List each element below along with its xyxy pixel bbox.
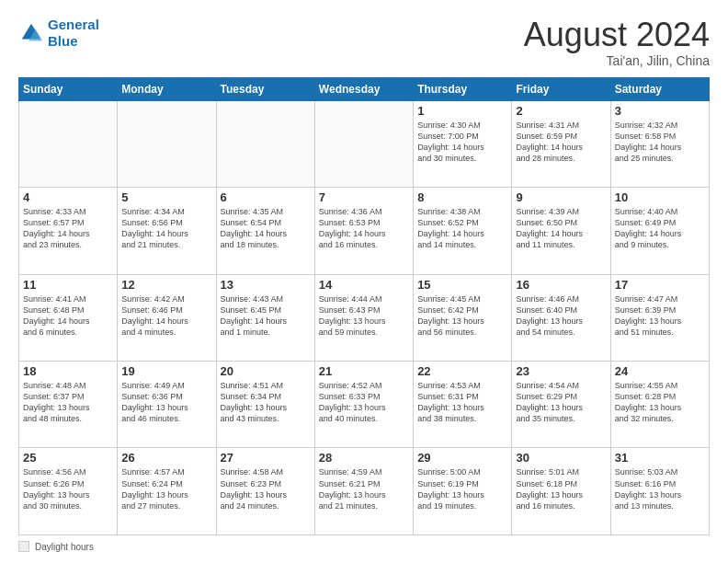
day-number: 23 (516, 364, 606, 378)
logo-icon (18, 20, 44, 46)
day-number: 5 (121, 190, 211, 204)
day-info: Sunrise: 4:53 AM Sunset: 6:31 PM Dayligh… (417, 380, 507, 425)
day-number: 6 (221, 190, 311, 204)
calendar-cell (118, 100, 216, 187)
day-number: 4 (23, 190, 113, 204)
day-info: Sunrise: 4:39 AM Sunset: 6:50 PM Dayligh… (516, 206, 606, 251)
day-number: 26 (121, 451, 211, 465)
day-info: Sunrise: 4:49 AM Sunset: 6:36 PM Dayligh… (121, 380, 211, 425)
calendar-week-1: 1Sunrise: 4:30 AM Sunset: 7:00 PM Daylig… (19, 100, 710, 187)
calendar-cell: 24Sunrise: 4:55 AM Sunset: 6:28 PM Dayli… (610, 362, 709, 448)
day-number: 14 (319, 278, 409, 292)
calendar-week-2: 4Sunrise: 4:33 AM Sunset: 6:57 PM Daylig… (19, 188, 710, 274)
col-header-tuesday: Tuesday (216, 77, 314, 100)
day-number: 11 (23, 278, 113, 292)
day-info: Sunrise: 5:03 AM Sunset: 6:16 PM Dayligh… (615, 466, 705, 511)
day-info: Sunrise: 4:41 AM Sunset: 6:48 PM Dayligh… (23, 293, 113, 339)
day-info: Sunrise: 5:01 AM Sunset: 6:18 PM Dayligh… (516, 466, 606, 511)
daylight-box (18, 541, 29, 552)
day-info: Sunrise: 4:48 AM Sunset: 6:37 PM Dayligh… (23, 380, 113, 425)
day-info: Sunrise: 4:56 AM Sunset: 6:26 PM Dayligh… (23, 466, 113, 511)
day-number: 7 (319, 190, 409, 204)
day-info: Sunrise: 4:30 AM Sunset: 7:00 PM Dayligh… (417, 120, 507, 165)
calendar-cell: 9Sunrise: 4:39 AM Sunset: 6:50 PM Daylig… (512, 188, 610, 274)
calendar-cell: 8Sunrise: 4:38 AM Sunset: 6:52 PM Daylig… (414, 188, 512, 274)
calendar-cell (216, 100, 314, 187)
calendar-week-5: 25Sunrise: 4:56 AM Sunset: 6:26 PM Dayli… (19, 448, 710, 535)
day-info: Sunrise: 4:55 AM Sunset: 6:28 PM Dayligh… (615, 380, 705, 425)
day-number: 18 (23, 364, 113, 378)
page: General Blue August 2024 Tai'an, Jilin, … (0, 0, 728, 563)
calendar-cell (314, 100, 413, 187)
day-number: 27 (221, 451, 311, 465)
day-number: 21 (319, 364, 409, 378)
day-info: Sunrise: 4:38 AM Sunset: 6:52 PM Dayligh… (417, 206, 507, 251)
calendar-cell: 30Sunrise: 5:01 AM Sunset: 6:18 PM Dayli… (512, 448, 610, 535)
calendar-cell: 15Sunrise: 4:45 AM Sunset: 6:42 PM Dayli… (414, 274, 512, 361)
day-number: 28 (319, 451, 409, 465)
day-number: 17 (615, 278, 705, 292)
day-info: Sunrise: 4:35 AM Sunset: 6:54 PM Dayligh… (221, 206, 311, 251)
calendar-table: SundayMondayTuesdayWednesdayThursdayFrid… (18, 77, 710, 535)
calendar-cell: 14Sunrise: 4:44 AM Sunset: 6:43 PM Dayli… (314, 274, 413, 361)
col-header-wednesday: Wednesday (314, 77, 413, 100)
calendar-cell: 16Sunrise: 4:46 AM Sunset: 6:40 PM Dayli… (512, 274, 610, 361)
day-info: Sunrise: 4:59 AM Sunset: 6:21 PM Dayligh… (319, 466, 409, 511)
day-number: 8 (417, 190, 507, 204)
calendar-header-row: SundayMondayTuesdayWednesdayThursdayFrid… (19, 77, 710, 100)
day-info: Sunrise: 4:32 AM Sunset: 6:58 PM Dayligh… (615, 120, 705, 165)
calendar-cell: 12Sunrise: 4:42 AM Sunset: 6:46 PM Dayli… (118, 274, 216, 361)
calendar-cell: 11Sunrise: 4:41 AM Sunset: 6:48 PM Dayli… (19, 274, 118, 361)
day-number: 1 (417, 104, 507, 118)
day-number: 9 (516, 190, 606, 204)
day-info: Sunrise: 4:42 AM Sunset: 6:46 PM Dayligh… (121, 293, 211, 339)
calendar-cell: 22Sunrise: 4:53 AM Sunset: 6:31 PM Dayli… (414, 362, 512, 448)
day-number: 29 (417, 451, 507, 465)
day-info: Sunrise: 4:33 AM Sunset: 6:57 PM Dayligh… (23, 206, 113, 251)
day-number: 30 (516, 451, 606, 465)
footer-label: Daylight hours (35, 542, 94, 552)
day-info: Sunrise: 4:31 AM Sunset: 6:59 PM Dayligh… (516, 120, 606, 165)
calendar-cell: 28Sunrise: 4:59 AM Sunset: 6:21 PM Dayli… (314, 448, 413, 535)
day-info: Sunrise: 4:44 AM Sunset: 6:43 PM Dayligh… (319, 293, 409, 339)
title-block: August 2024 Tai'an, Jilin, China (524, 17, 710, 68)
day-number: 20 (221, 364, 311, 378)
calendar-week-4: 18Sunrise: 4:48 AM Sunset: 6:37 PM Dayli… (19, 362, 710, 448)
calendar-cell: 1Sunrise: 4:30 AM Sunset: 7:00 PM Daylig… (414, 100, 512, 187)
day-info: Sunrise: 4:51 AM Sunset: 6:34 PM Dayligh… (221, 380, 311, 425)
calendar-cell: 17Sunrise: 4:47 AM Sunset: 6:39 PM Dayli… (610, 274, 709, 361)
day-number: 19 (121, 364, 211, 378)
calendar-cell: 4Sunrise: 4:33 AM Sunset: 6:57 PM Daylig… (19, 188, 118, 274)
day-number: 2 (516, 104, 606, 118)
day-number: 25 (23, 451, 113, 465)
day-info: Sunrise: 4:45 AM Sunset: 6:42 PM Dayligh… (417, 293, 507, 339)
logo-text: General Blue (48, 17, 99, 50)
month-year: August 2024 (524, 17, 710, 53)
day-info: Sunrise: 4:36 AM Sunset: 6:53 PM Dayligh… (319, 206, 409, 251)
col-header-friday: Friday (512, 77, 610, 100)
location: Tai'an, Jilin, China (524, 53, 710, 68)
calendar-cell: 2Sunrise: 4:31 AM Sunset: 6:59 PM Daylig… (512, 100, 610, 187)
day-info: Sunrise: 4:34 AM Sunset: 6:56 PM Dayligh… (121, 206, 211, 251)
logo: General Blue (18, 17, 99, 50)
calendar-cell: 23Sunrise: 4:54 AM Sunset: 6:29 PM Dayli… (512, 362, 610, 448)
calendar-cell (19, 100, 118, 187)
day-number: 16 (516, 278, 606, 292)
day-info: Sunrise: 5:00 AM Sunset: 6:19 PM Dayligh… (417, 466, 507, 511)
day-info: Sunrise: 4:57 AM Sunset: 6:24 PM Dayligh… (121, 466, 211, 511)
calendar-cell: 25Sunrise: 4:56 AM Sunset: 6:26 PM Dayli… (19, 448, 118, 535)
calendar-cell: 3Sunrise: 4:32 AM Sunset: 6:58 PM Daylig… (610, 100, 709, 187)
col-header-monday: Monday (118, 77, 216, 100)
calendar-week-3: 11Sunrise: 4:41 AM Sunset: 6:48 PM Dayli… (19, 274, 710, 361)
calendar-cell: 21Sunrise: 4:52 AM Sunset: 6:33 PM Dayli… (314, 362, 413, 448)
day-number: 3 (615, 104, 705, 118)
calendar-cell: 7Sunrise: 4:36 AM Sunset: 6:53 PM Daylig… (314, 188, 413, 274)
day-info: Sunrise: 4:43 AM Sunset: 6:45 PM Dayligh… (221, 293, 311, 339)
day-info: Sunrise: 4:52 AM Sunset: 6:33 PM Dayligh… (319, 380, 409, 425)
calendar-cell: 26Sunrise: 4:57 AM Sunset: 6:24 PM Dayli… (118, 448, 216, 535)
day-info: Sunrise: 4:47 AM Sunset: 6:39 PM Dayligh… (615, 293, 705, 339)
header: General Blue August 2024 Tai'an, Jilin, … (18, 17, 710, 68)
day-info: Sunrise: 4:58 AM Sunset: 6:23 PM Dayligh… (221, 466, 311, 511)
day-number: 22 (417, 364, 507, 378)
calendar-cell: 19Sunrise: 4:49 AM Sunset: 6:36 PM Dayli… (118, 362, 216, 448)
